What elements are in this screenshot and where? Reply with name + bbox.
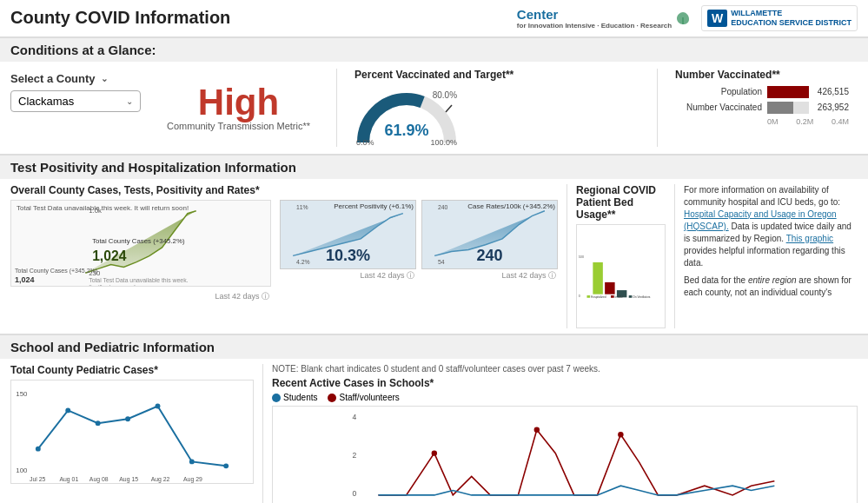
regional-title: Regional COVID Patient Bed Usage** <box>576 184 666 221</box>
svg-point-28 <box>125 416 130 421</box>
vac-bar-label: Number Vaccinated <box>675 103 762 112</box>
svg-point-25 <box>36 446 41 451</box>
number-vaccinated-block: Number Vaccinated** Population 426,515 N… <box>666 69 858 147</box>
svg-text:Aug 15: Aug 15 <box>119 476 138 483</box>
svg-text:150: 150 <box>16 389 28 397</box>
transmission-block: High Community Transmission Metric** <box>149 69 328 147</box>
county-selector-block: Select a County ⌄ Clackamas ⌄ <box>10 69 141 147</box>
willamette-label: WillametteEDUCATION SERVICE DISTRICT <box>731 9 851 28</box>
test-pos-header: Test Positivity and Hospitalization Info… <box>0 155 868 179</box>
svg-text:Jul 25: Jul 25 <box>30 476 46 482</box>
county-cases-area: 1.0k 230 Total County Cases (+345.2%) 1,… <box>10 200 271 287</box>
vaccinated-block: Percent Vaccinated and Target** 0.0% 100… <box>346 69 648 147</box>
overall-county-title: Overall County Cases, Tests, Positivity … <box>10 184 271 196</box>
center-logo: Center for Innovation Intensive · Educat… <box>517 7 691 30</box>
info-block: For more information on availability of … <box>684 184 858 328</box>
county-cases-value: 1,024 <box>15 275 35 284</box>
svg-line-1 <box>446 105 452 112</box>
svg-rect-17 <box>586 295 590 298</box>
pop-bar-inner <box>767 86 809 98</box>
svg-text:4.2%: 4.2% <box>296 259 310 265</box>
svg-text:Aug 29: Aug 29 <box>183 476 202 483</box>
test-pos-section: Overall County Cases, Tests, Positivity … <box>0 179 868 334</box>
svg-point-27 <box>96 420 101 426</box>
school-note: NOTE: Blank chart indicates 0 student an… <box>272 364 858 374</box>
vac-bar-outer <box>767 102 809 114</box>
svg-rect-15 <box>605 281 614 294</box>
svg-text:Aug 08: Aug 08 <box>89 476 109 483</box>
school-cases-title: Recent Active Cases in Schools* <box>272 377 858 389</box>
school-cases-svg: 4 2 0 Aug 15 Aug 16 Aug 18 Aug 20 <box>273 407 857 503</box>
svg-text:0: 0 <box>352 489 356 498</box>
svg-text:It will return soon!: It will return soon! <box>89 284 136 286</box>
last-42-cr: Last 42 days ⓘ <box>421 269 558 282</box>
pop-bar-label: Population <box>675 87 762 96</box>
transmission-label: Community Transmission Metric** <box>167 121 310 131</box>
chevron-down-icon: ⌄ <box>101 74 108 83</box>
svg-rect-21 <box>629 295 633 298</box>
svg-point-43 <box>618 432 623 437</box>
pediatric-chart-area: 150 100 Jul 25 Aug 01 Aug 08 <box>10 380 254 484</box>
school-cases-chart-area: 4 2 0 Aug 15 Aug 16 Aug 18 Aug 20 <box>272 406 858 503</box>
svg-text:4: 4 <box>352 413 356 421</box>
bar-axis: 0M 0.2M 0.4M <box>675 117 849 126</box>
gauge-container: 0.0% 100.0% 80.0% 61.9% <box>354 86 639 147</box>
info-text1: For more information on availability of … <box>684 184 858 269</box>
svg-text:11%: 11% <box>296 203 308 209</box>
vaccinated-title: Percent Vaccinated and Target** <box>354 69 639 81</box>
last-42-pp: Last 42 days ⓘ <box>280 269 416 282</box>
transmission-value: High <box>198 84 279 121</box>
svg-text:Total County Cases (+345.2%): Total County Cases (+345.2%) <box>92 237 185 245</box>
two-mini-charts: 11% 4.2% Percent Positivity (+6.1%) 10.3… <box>280 184 558 328</box>
conditions-row: Select a County ⌄ Clackamas ⌄ High Commu… <box>0 62 868 155</box>
empty-title <box>280 184 416 196</box>
pediatric-title: Total County Pediatric Cases* <box>10 364 254 376</box>
select-county-label: Select a County ⌄ <box>10 72 141 85</box>
svg-text:54: 54 <box>438 259 445 265</box>
svg-text:On Ventilators: On Ventilators <box>633 295 651 298</box>
svg-point-26 <box>65 407 70 413</box>
unavailable-note: Total Test Data unavailable this week. I… <box>13 202 192 214</box>
svg-rect-19 <box>611 295 614 298</box>
gauge-label-100: 100.0% <box>431 138 458 147</box>
svg-text:240: 240 <box>438 203 448 209</box>
svg-text:In ICU: In ICU <box>615 295 624 298</box>
school-row: Total County Pediatric Cases* 150 100 <box>0 359 868 503</box>
cr-top-label: Case Rates/100k (+345.2%) <box>467 202 555 210</box>
empty-title2 <box>421 184 558 196</box>
number-vaccinated-title: Number Vaccinated** <box>675 69 849 81</box>
population-bar-row: Population 426,515 Number Vaccinated 263… <box>675 86 849 126</box>
percent-positivity-chart: 11% 4.2% Percent Positivity (+6.1%) 10.3… <box>280 184 416 328</box>
county-dropdown[interactable]: Clackamas ⌄ <box>10 90 141 112</box>
svg-point-42 <box>534 427 540 433</box>
overall-county-block: Overall County Cases, Tests, Positivity … <box>10 184 271 328</box>
svg-text:Hospitalized: Hospitalized <box>591 295 606 298</box>
gauge-center-value: 61.9% <box>385 122 429 140</box>
pp-top-label: Percent Positivity (+6.1%) <box>334 202 414 210</box>
svg-text:100: 100 <box>16 467 28 474</box>
chevron-down-icon: ⌄ <box>126 96 133 106</box>
svg-text:Aug 01: Aug 01 <box>59 476 78 483</box>
cr-value: 240 <box>476 247 502 265</box>
county-charts-row: 1.0k 230 Total County Cases (+345.2%) 1,… <box>10 200 271 303</box>
graphic-link[interactable]: This graphic <box>786 234 833 243</box>
pop-bar-value: 426,515 <box>818 87 849 96</box>
pp-value: 10.3% <box>326 247 370 265</box>
regional-bed-block: Regional COVID Patient Bed Usage** 500 0… <box>576 184 666 328</box>
svg-text:500: 500 <box>579 255 584 258</box>
hqscap-link[interactable]: Hospital Capacity and Usage in Oregon (H… <box>684 209 837 231</box>
svg-point-30 <box>189 459 195 464</box>
svg-point-31 <box>223 463 229 468</box>
vac-bar-inner <box>767 102 793 114</box>
last-42-left: Last 42 days ⓘ <box>10 290 271 303</box>
svg-point-29 <box>156 403 161 408</box>
case-rates-chart: 240 54 Case Rates/100k (+345.2%) 240 Las… <box>421 184 558 328</box>
case-rates-area: 240 54 Case Rates/100k (+345.2%) 240 <box>421 200 558 269</box>
svg-text:Total Test Data unavailable th: Total Test Data unavailable this week. <box>89 277 188 283</box>
county-cases-chart: 1.0k 230 Total County Cases (+345.2%) 1,… <box>10 200 271 303</box>
svg-text:2: 2 <box>352 451 356 460</box>
school-legend: Students Staff/volunteers <box>272 393 858 402</box>
app-header: County COVID Information Center for Inno… <box>0 0 868 37</box>
pediatric-svg: 150 100 Jul 25 Aug 01 Aug 08 <box>11 381 253 483</box>
gauge-wrapper: 0.0% 100.0% 80.0% 61.9% <box>354 86 459 147</box>
